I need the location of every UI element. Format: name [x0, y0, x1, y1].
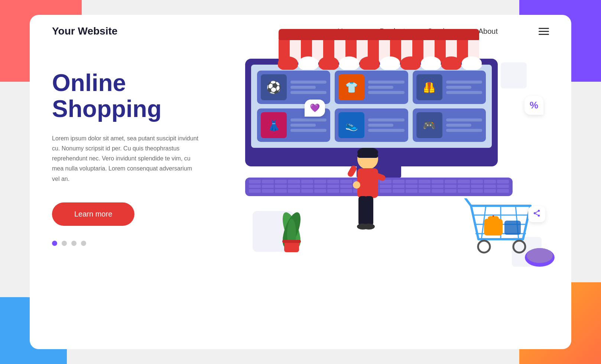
- person-illustration: [338, 148, 394, 256]
- hamburger-line-2: [539, 31, 549, 32]
- line-3: [290, 91, 327, 94]
- product-lines-6: [446, 118, 482, 132]
- share-icon: [533, 211, 541, 219]
- shopping-cart: [464, 198, 538, 259]
- svg-rect-5: [279, 29, 479, 42]
- svg-line-3: [536, 214, 538, 215]
- monitor-screen: ⚽ 👕: [251, 65, 492, 148]
- dot-3[interactable]: [71, 241, 77, 246]
- learn-more-button[interactable]: Learn more: [52, 202, 134, 226]
- dot-4[interactable]: [81, 241, 86, 246]
- hamburger-line-1: [539, 28, 549, 29]
- heart-bubble: 💜: [305, 100, 325, 117]
- product-lines-2: [368, 81, 404, 94]
- share-icon-bubble: [528, 206, 545, 222]
- svg-rect-50: [364, 196, 373, 226]
- pagination-dots: [52, 241, 230, 246]
- main-card: Your Website Home Product Services About…: [30, 15, 571, 349]
- product-card-shirt: 👕: [335, 71, 408, 104]
- product-lines-5: [368, 118, 404, 132]
- svg-point-61: [513, 241, 525, 253]
- dot-1[interactable]: [52, 241, 57, 246]
- svg-point-60: [478, 241, 490, 253]
- product-card-soccer: ⚽: [257, 71, 330, 104]
- svg-rect-65: [504, 221, 521, 235]
- shirt-icon: 👕: [338, 74, 364, 100]
- shoe-icon: 👟: [338, 112, 364, 138]
- hero-description: Lorem ipsum dolor sit amet, sea putant s…: [52, 133, 201, 184]
- svg-point-52: [363, 224, 375, 230]
- svg-line-4: [536, 211, 538, 213]
- product-lines-1: [290, 81, 327, 94]
- heart-icon: 💜: [310, 103, 320, 113]
- product-card-vest: 🦺: [413, 71, 486, 104]
- line-1: [290, 81, 327, 84]
- product-card-game: 🎮: [413, 108, 486, 142]
- product-lines-4: [290, 118, 327, 132]
- svg-rect-41: [282, 240, 301, 243]
- svg-rect-44: [357, 153, 378, 158]
- key: [249, 180, 261, 183]
- dot-2[interactable]: [62, 241, 67, 246]
- svg-point-2: [538, 215, 540, 217]
- svg-rect-45: [357, 168, 378, 198]
- svg-point-48: [353, 181, 360, 189]
- svg-rect-46: [347, 165, 358, 178]
- hamburger-line-3: [539, 34, 549, 35]
- percent-text: %: [530, 100, 538, 111]
- hero-title-line2: Shopping: [52, 95, 162, 122]
- gamepad-icon: 🎮: [416, 112, 442, 138]
- svg-point-1: [534, 212, 536, 214]
- vest-icon: 🦺: [416, 74, 442, 100]
- soccer-icon: ⚽: [261, 74, 287, 100]
- percent-bubble: %: [524, 96, 543, 115]
- right-section: 💜 %: [230, 55, 549, 296]
- svg-point-0: [538, 210, 540, 212]
- content-area: Online Shopping Lorem ipsum dolor sit am…: [30, 48, 571, 311]
- product-card-shoe: 👟: [335, 108, 408, 142]
- product-lines-3: [446, 81, 482, 94]
- line-2: [290, 86, 316, 89]
- hero-title-line1: Online: [52, 69, 126, 96]
- plant: [275, 200, 308, 254]
- awning: [267, 29, 490, 70]
- svg-rect-62: [484, 219, 503, 235]
- hamburger-menu[interactable]: [539, 28, 549, 35]
- hero-title: Online Shopping: [52, 70, 230, 122]
- left-section: Online Shopping Lorem ipsum dolor sit am…: [52, 55, 230, 246]
- svg-line-59: [465, 198, 471, 206]
- dress-icon: 👗: [261, 112, 287, 138]
